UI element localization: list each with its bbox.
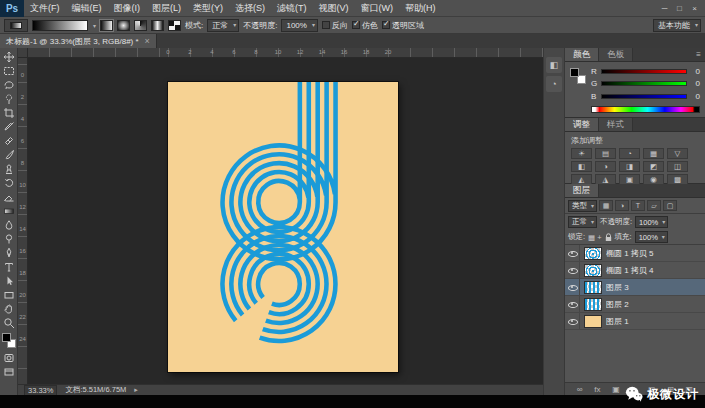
layers-footer-icon[interactable]: ∞ — [577, 385, 583, 394]
color-panel-swatches[interactable] — [570, 68, 586, 84]
pen-tool[interactable] — [0, 246, 18, 260]
tool-preset-picker[interactable] — [4, 19, 28, 32]
blue-slider[interactable] — [601, 94, 687, 99]
menu-edit[interactable]: 编辑(E) — [66, 0, 108, 17]
status-expand-icon[interactable]: ▸ — [134, 386, 138, 394]
dither-checkbox[interactable]: 仿色 — [352, 20, 378, 31]
red-value[interactable]: 0 — [690, 67, 700, 76]
blur-tool[interactable] — [0, 218, 18, 232]
eyedropper-tool[interactable] — [0, 120, 18, 134]
layer-filter-icon[interactable]: ◑ — [615, 200, 629, 211]
menu-filter[interactable]: 滤镜(T) — [271, 0, 313, 17]
minimize-icon[interactable]: ─ — [657, 0, 672, 17]
adjustment-icon[interactable]: ◧ — [571, 161, 592, 172]
poster-artboard[interactable] — [168, 82, 398, 372]
diamond-gradient-button[interactable] — [168, 20, 181, 31]
adjustment-icon[interactable]: ☀ — [571, 148, 592, 159]
collapsed-properties-panel-icon[interactable]: ◧ — [546, 57, 562, 73]
clone-stamp-tool[interactable] — [0, 162, 18, 176]
maximize-icon[interactable]: □ — [672, 0, 687, 17]
document-tab[interactable]: 未标题-1 @ 33.3%(图层 3, RGB/8#) * × — [0, 34, 157, 48]
lock-option-icon[interactable]: + — [597, 233, 601, 242]
menu-image[interactable]: 图像(I) — [108, 0, 147, 17]
tab-adjustments[interactable]: 调整 — [565, 118, 599, 131]
reflected-gradient-button[interactable] — [151, 20, 164, 31]
layer-filter-select[interactable]: 类型 — [568, 200, 597, 212]
angle-gradient-button[interactable] — [134, 20, 147, 31]
layer-filter-icon[interactable]: T — [631, 200, 645, 211]
blue-value[interactable]: 0 — [690, 92, 700, 101]
close-icon[interactable]: × — [687, 0, 702, 17]
layer-name[interactable]: 椭圆 1 拷贝 5 — [606, 248, 654, 259]
layer-row[interactable]: 椭圆 1 拷贝 5 — [565, 245, 705, 262]
hand-tool[interactable] — [0, 302, 18, 316]
menu-window[interactable]: 窗口(W) — [355, 0, 400, 17]
layer-row[interactable]: 椭圆 1 拷贝 4 — [565, 262, 705, 279]
gradient-tool[interactable] — [0, 204, 18, 218]
menu-view[interactable]: 视图(V) — [313, 0, 355, 17]
layer-visibility-toggle[interactable] — [565, 279, 580, 295]
crop-tool[interactable] — [0, 106, 18, 120]
layer-filter-icon[interactable]: ▢ — [663, 200, 677, 211]
lasso-tool[interactable] — [0, 78, 18, 92]
green-slider[interactable] — [601, 81, 687, 86]
adjustment-icon[interactable]: ▽ — [667, 148, 688, 159]
close-tab-icon[interactable]: × — [145, 36, 150, 46]
foreground-background-swatches[interactable] — [2, 333, 16, 348]
radial-gradient-button[interactable] — [117, 20, 130, 31]
layer-name[interactable]: 椭圆 1 拷贝 4 — [606, 265, 654, 276]
canvas-viewport[interactable] — [28, 58, 543, 384]
layer-visibility-toggle[interactable] — [565, 296, 580, 312]
path-selection-tool[interactable] — [0, 274, 18, 288]
layer-row[interactable]: 图层 1 — [565, 313, 705, 330]
shape-tool[interactable] — [0, 288, 18, 302]
linear-gradient-button[interactable] — [100, 20, 113, 31]
history-brush-tool[interactable] — [0, 176, 18, 190]
layer-row-selected[interactable]: 图层 3 — [565, 279, 705, 296]
layer-name[interactable]: 图层 3 — [606, 282, 629, 293]
layer-name[interactable]: 图层 2 — [606, 299, 629, 310]
screen-mode-button[interactable] — [0, 365, 18, 379]
green-value[interactable]: 0 — [690, 79, 700, 88]
layer-filter-icon[interactable]: ▦ — [599, 200, 613, 211]
ruler-origin[interactable] — [18, 48, 28, 58]
lock-option-icon[interactable]: ▦ — [588, 233, 595, 242]
dodge-tool[interactable] — [0, 232, 18, 246]
layer-visibility-toggle[interactable] — [565, 245, 580, 261]
panel-menu-icon[interactable]: ≡ — [692, 48, 705, 61]
layer-opacity-select[interactable]: 100% — [635, 216, 668, 228]
red-slider[interactable] — [601, 69, 687, 74]
layer-filter-icon[interactable]: ▱ — [647, 200, 661, 211]
tab-swatches[interactable]: 色板 — [599, 48, 633, 61]
layer-thumbnail[interactable] — [584, 264, 602, 277]
marquee-tool[interactable] — [0, 64, 18, 78]
adjustment-icon[interactable]: ◑ — [595, 161, 616, 172]
menu-type[interactable]: 类型(Y) — [187, 0, 229, 17]
layer-visibility-toggle[interactable] — [565, 262, 580, 278]
zoom-tool[interactable] — [0, 316, 18, 330]
adjustment-icon[interactable]: ▦ — [643, 148, 664, 159]
foreground-color-swatch[interactable] — [2, 333, 11, 342]
transparency-checkbox[interactable]: 透明区域 — [382, 20, 424, 31]
reverse-checkbox[interactable]: 反向 — [322, 20, 348, 31]
lock-icon[interactable] — [605, 233, 612, 242]
mode-select[interactable]: 正常 — [207, 19, 239, 32]
layer-visibility-toggle[interactable] — [565, 313, 580, 329]
eraser-tool[interactable] — [0, 190, 18, 204]
adjustment-icon[interactable]: ◔ — [619, 148, 640, 159]
tab-color[interactable]: 颜色 — [565, 48, 599, 61]
opacity-select[interactable]: 100% — [281, 19, 317, 32]
menu-file[interactable]: 文件(F) — [24, 0, 66, 17]
collapsed-history-panel-icon[interactable]: ◔ — [546, 76, 562, 92]
quick-mask-button[interactable] — [0, 351, 18, 365]
layers-footer-icon[interactable]: fx — [594, 385, 600, 394]
workspace-switcher[interactable]: 基本功能 — [653, 19, 701, 32]
color-spectrum-ramp[interactable] — [591, 106, 700, 113]
adjustment-icon[interactable]: ◫ — [667, 161, 688, 172]
layer-thumbnail[interactable] — [584, 281, 602, 294]
adjustment-icon[interactable]: ◩ — [643, 161, 664, 172]
blend-mode-select[interactable]: 正常 — [568, 216, 597, 228]
layer-name[interactable]: 图层 1 — [606, 316, 629, 327]
move-tool[interactable] — [0, 50, 18, 64]
layer-row[interactable]: 图层 2 — [565, 296, 705, 313]
